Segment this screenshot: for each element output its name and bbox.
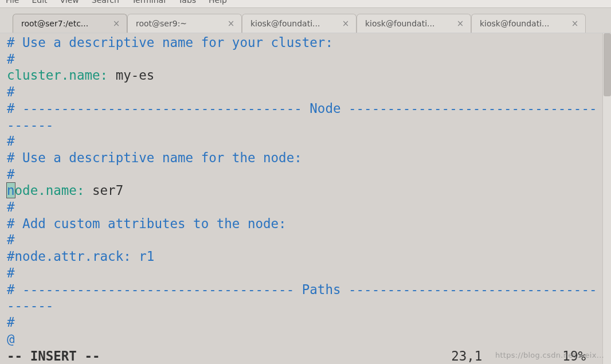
close-icon[interactable]: × (456, 18, 465, 29)
tab-3[interactable]: kiosk@foundati... × (242, 14, 357, 33)
tab-5[interactable]: kiosk@foundati... × (471, 14, 586, 33)
tab-label: root@ser7:/etc... (21, 19, 88, 28)
scrollbar-thumb[interactable] (604, 33, 611, 96)
tab-label: kiosk@foundati... (365, 19, 434, 28)
menu-view[interactable]: View (60, 0, 79, 5)
terminal-content[interactable]: # Use a descriptive name for your cluste… (0, 33, 602, 364)
tab-bar: root@ser7:/etc... × root@ser9:~ × kiosk@… (0, 8, 611, 33)
tab-label: kiosk@foundati... (480, 19, 549, 28)
tab-4[interactable]: kiosk@foundati... × (357, 14, 471, 33)
vim-cursor-position: 23,1 (451, 349, 482, 363)
close-icon[interactable]: × (112, 18, 121, 29)
menu-edit[interactable]: Edit (32, 0, 47, 5)
menu-file[interactable]: File (6, 0, 19, 5)
vim-scroll-percent: 19% (562, 349, 586, 363)
close-icon[interactable]: × (226, 18, 236, 29)
vim-status-line: -- INSERT -- 23,1 19% (0, 347, 602, 364)
menu-tabs[interactable]: Tabs (178, 0, 196, 5)
menu-bar: File Edit View Search Terminal Tabs Help (0, 0, 611, 8)
tab-1[interactable]: root@ser7:/etc... × (13, 14, 127, 33)
menu-help[interactable]: Help (209, 0, 227, 5)
tab-2[interactable]: root@ser9:~ × (127, 14, 242, 33)
tab-label: root@ser9:~ (136, 19, 187, 28)
vim-mode: -- INSERT -- (7, 349, 100, 363)
close-icon[interactable]: × (570, 18, 579, 29)
scrollbar[interactable] (602, 33, 611, 364)
menu-terminal[interactable]: Terminal (132, 0, 166, 5)
tab-label: kiosk@foundati... (250, 19, 320, 28)
close-icon[interactable]: × (341, 18, 350, 29)
menu-search[interactable]: Search (92, 0, 119, 5)
terminal-area: # Use a descriptive name for your cluste… (0, 33, 611, 364)
